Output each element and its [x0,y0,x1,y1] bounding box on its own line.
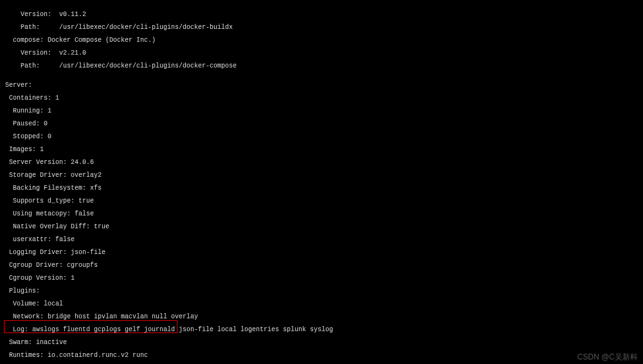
output-line: Path: /usr/libexec/docker/cli-plugins/do… [5,24,638,31]
output-line: Server: [5,82,638,89]
output-line: Containers: 1 [5,95,638,102]
output-line: Cgroup Driver: cgroupfs [5,262,638,269]
output-line: Swarm: inactive [5,340,638,346]
output-line: Version: v2.21.0 [5,50,638,57]
output-line: compose: Docker Compose (Docker Inc.) [5,37,638,44]
output-line: Images: 1 [5,147,638,153]
output-line: Backing Filesystem: xfs [5,185,638,192]
output-line: Supports d_type: true [5,198,638,205]
output-line: Running: 1 [5,108,638,114]
output-line: Path: /usr/libexec/docker/cli-plugins/do… [5,63,638,69]
output-line: Paused: 0 [5,121,638,127]
output-line: Runtimes: io.containerd.runc.v2 runc [5,352,638,359]
output-line: Plugins: [5,288,638,295]
output-line: Cgroup Version: 1 [5,275,638,282]
output-line: Network: bridge host ipvlan macvlan null… [5,314,638,320]
output-line: userxattr: false [5,237,638,243]
output-line: Native Overlay Diff: true [5,224,638,230]
terminal-output: Version: v0.11.2 Path: /usr/libexec/dock… [5,5,638,364]
output-line: Storage Driver: overlay2 [5,172,638,179]
output-line: Log: awslogs fluentd gcplogs gelf journa… [5,327,638,333]
output-line: Stopped: 0 [5,134,638,140]
watermark-text: CSDN @C吴新科 [577,354,638,360]
output-line: Version: v0.11.2 [5,12,638,18]
output-line: Logging Driver: json-file [5,250,638,256]
output-line: Volume: local [5,301,638,307]
output-line: Server Version: 24.0.6 [5,159,638,166]
output-line: Using metacopy: false [5,211,638,217]
